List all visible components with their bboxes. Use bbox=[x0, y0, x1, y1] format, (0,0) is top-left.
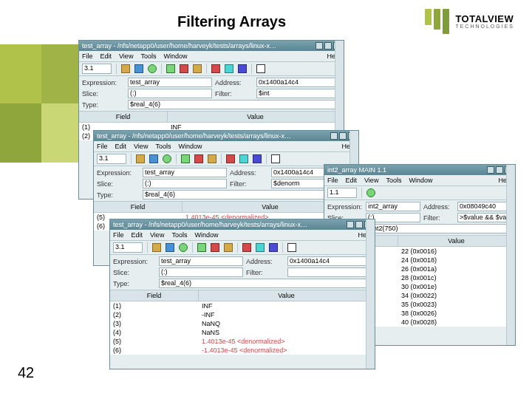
halt-icon[interactable] bbox=[211, 243, 219, 252]
book-icon[interactable] bbox=[121, 64, 130, 73]
menu-view[interactable]: View bbox=[119, 52, 133, 60]
toolbar: 1.1 bbox=[324, 186, 515, 200]
table-row[interactable]: (5)1.4013e-45 <denormalized> bbox=[110, 337, 375, 346]
cursor-icon[interactable] bbox=[271, 154, 280, 163]
titlebar[interactable]: test_array - /nfs/netapp0/user/home/harv… bbox=[94, 131, 358, 141]
scrollbar[interactable] bbox=[506, 165, 515, 345]
menu-file[interactable]: File bbox=[97, 143, 108, 150]
menu-view[interactable]: View bbox=[134, 143, 148, 150]
filter-input[interactable]: $int bbox=[256, 89, 341, 98]
titlebar[interactable]: int2_array MAIN 1.1 bbox=[324, 165, 515, 175]
refresh-icon[interactable] bbox=[366, 188, 375, 197]
restart-icon[interactable] bbox=[239, 154, 248, 163]
titlebar[interactable]: test_array - /nfs/netapp0/user/home/harv… bbox=[110, 219, 375, 230]
refresh-icon[interactable] bbox=[148, 64, 157, 73]
refresh-icon[interactable] bbox=[163, 154, 171, 163]
menu-window[interactable]: Window bbox=[409, 177, 432, 184]
expression-input[interactable]: test_array bbox=[143, 168, 227, 177]
minimize-icon[interactable] bbox=[347, 221, 354, 228]
cell-value: 30 (0x001e) bbox=[398, 282, 515, 291]
kill-icon[interactable] bbox=[242, 243, 251, 252]
go-icon[interactable] bbox=[181, 154, 190, 163]
restart-icon[interactable] bbox=[256, 243, 265, 252]
brand-logo: TOTALVIEW TECHNOLOGIES bbox=[425, 9, 514, 34]
menu-view[interactable]: View bbox=[364, 177, 378, 184]
expression-input[interactable]: int2_array bbox=[366, 202, 420, 211]
type-input[interactable]: $real_4(6) bbox=[128, 100, 341, 109]
halt-icon[interactable] bbox=[194, 154, 203, 163]
next-icon[interactable] bbox=[238, 64, 247, 73]
slice-input[interactable]: (:) bbox=[159, 267, 243, 277]
slice-input[interactable]: (:) bbox=[143, 179, 227, 188]
step-icon[interactable] bbox=[224, 243, 233, 252]
menu-window[interactable]: Window bbox=[178, 143, 202, 150]
eye-icon[interactable] bbox=[166, 243, 174, 252]
step-icon[interactable] bbox=[193, 64, 202, 73]
address-input[interactable]: 0x1400a14c4 bbox=[287, 256, 372, 266]
refresh-icon[interactable] bbox=[179, 243, 188, 252]
maximize-icon[interactable] bbox=[324, 42, 332, 50]
maximize-icon[interactable] bbox=[496, 166, 503, 174]
slice-input[interactable]: (:) bbox=[128, 89, 212, 98]
address-input[interactable]: 0x08049c40 bbox=[457, 202, 512, 211]
menu-file[interactable]: File bbox=[82, 52, 93, 60]
book-icon[interactable] bbox=[136, 154, 145, 163]
menu-window[interactable]: Window bbox=[163, 52, 187, 60]
thread-spinner[interactable]: 1.1 bbox=[327, 188, 357, 198]
menu-tools[interactable]: Tools bbox=[171, 231, 187, 239]
thread-spinner[interactable]: 3.1 bbox=[97, 154, 126, 164]
thread-spinner[interactable]: 3.1 bbox=[113, 242, 143, 253]
type-input[interactable]: $int2(750) bbox=[366, 224, 512, 233]
menu-edit[interactable]: Edit bbox=[132, 231, 143, 239]
kill-icon[interactable] bbox=[211, 64, 220, 73]
halt-icon[interactable] bbox=[180, 64, 188, 73]
menu-edit[interactable]: Edit bbox=[100, 52, 112, 60]
filter-input[interactable] bbox=[287, 267, 372, 277]
cursor-icon[interactable] bbox=[256, 64, 265, 73]
table-row[interactable]: (2)-INF bbox=[110, 310, 375, 319]
book-icon[interactable] bbox=[152, 243, 161, 252]
menu-window[interactable]: Window bbox=[194, 231, 218, 239]
menu-file[interactable]: File bbox=[327, 177, 338, 184]
next-icon[interactable] bbox=[253, 154, 262, 163]
table-row[interactable]: (6)-1.4013e-45 <denormalized> bbox=[110, 346, 375, 355]
scrollbar[interactable] bbox=[366, 219, 375, 369]
address-input[interactable]: 0x1400a14c4 bbox=[256, 78, 341, 87]
type-input[interactable]: $real_4(6) bbox=[159, 279, 372, 288]
table-row[interactable]: (3)NaNQ bbox=[110, 319, 375, 328]
data-rows[interactable]: (1)INF(2)-INF(3)NaNQ(4)NaNS(5)1.4013e-45… bbox=[110, 301, 375, 355]
thread-spinner[interactable]: 3.1 bbox=[82, 64, 112, 74]
expression-input[interactable]: test_array bbox=[159, 256, 243, 266]
titlebar[interactable]: test_array - /nfs/netapp0/user/home/harv… bbox=[79, 41, 344, 51]
minimize-icon[interactable] bbox=[316, 42, 323, 50]
go-icon[interactable] bbox=[197, 243, 206, 252]
minimize-icon[interactable] bbox=[330, 132, 338, 140]
cursor-icon[interactable] bbox=[287, 243, 296, 252]
menu-tools[interactable]: Tools bbox=[155, 143, 171, 150]
maximize-icon[interactable] bbox=[339, 132, 347, 140]
menu-view[interactable]: View bbox=[150, 231, 164, 239]
eye-icon[interactable] bbox=[149, 154, 158, 163]
menu-edit[interactable]: Edit bbox=[346, 177, 358, 184]
table-row[interactable]: (4)NaNS bbox=[110, 328, 375, 337]
eye-icon[interactable] bbox=[134, 64, 143, 73]
maximize-icon[interactable] bbox=[355, 221, 363, 228]
filter-input[interactable]: >$value && $value < 100 bbox=[457, 213, 512, 222]
expression-input[interactable]: test_array bbox=[128, 78, 212, 87]
next-icon[interactable] bbox=[269, 243, 278, 252]
minimize-icon[interactable] bbox=[487, 166, 494, 174]
expression-form: Expression: test_array Address: 0x1400a1… bbox=[94, 166, 358, 201]
step-icon[interactable] bbox=[208, 154, 216, 163]
kill-icon[interactable] bbox=[226, 154, 235, 163]
menu-edit[interactable]: Edit bbox=[115, 143, 127, 150]
menu-tools[interactable]: Tools bbox=[140, 52, 156, 60]
lbl-expression: Expression: bbox=[97, 169, 140, 177]
menu-file[interactable]: File bbox=[113, 231, 124, 239]
menu-tools[interactable]: Tools bbox=[386, 177, 401, 184]
go-icon[interactable] bbox=[166, 64, 175, 73]
cell-value: -INF bbox=[199, 310, 375, 319]
col-value: Value bbox=[199, 290, 375, 301]
table-row[interactable]: (1)INF bbox=[110, 301, 375, 310]
restart-icon[interactable] bbox=[225, 64, 233, 73]
table-header: Field Value bbox=[79, 111, 344, 123]
